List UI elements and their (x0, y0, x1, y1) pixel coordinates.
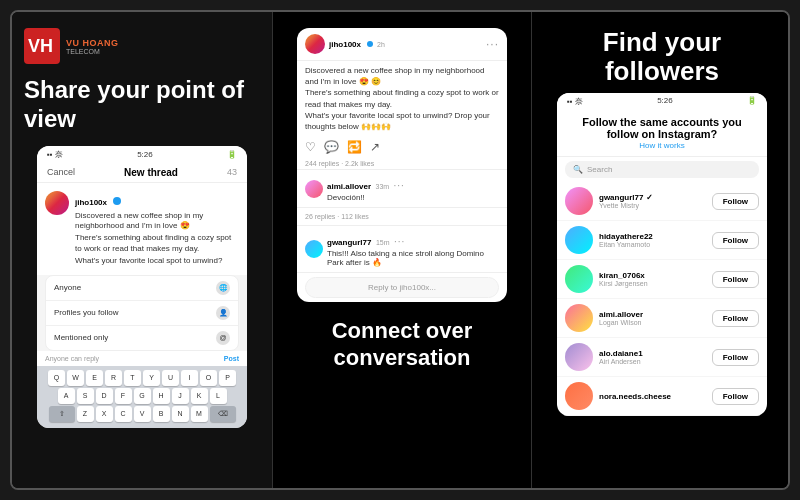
follow-item-3: kiran_0706x Kirsi Jørgensen Follow (557, 260, 767, 299)
at-icon: @ (216, 331, 230, 345)
more-icon[interactable]: ··· (486, 37, 499, 51)
follow-item-4: aimi.allover Logan Wilson Follow (557, 299, 767, 338)
key-j[interactable]: J (172, 388, 189, 404)
reply2-more[interactable]: ··· (394, 236, 405, 247)
key-y[interactable]: Y (143, 370, 160, 386)
globe-icon: 🌐 (216, 281, 230, 295)
app-frame: VH VU HOANG TELECOM Share your point of … (10, 10, 790, 490)
nav-title: New thread (124, 167, 178, 178)
reply1-stats: 26 replies · 112 likes (305, 213, 369, 220)
anyone-reply-label: Anyone can reply (45, 355, 99, 362)
thread-post-text[interactable]: Discovered a new coffee shop in my neigh… (75, 211, 239, 232)
logo: VH VU HOANG TELECOM (24, 28, 119, 64)
reply1-avatar (305, 180, 323, 198)
privacy-mentioned[interactable]: Mentioned only @ (46, 326, 238, 350)
repost-icon[interactable]: 🔁 (347, 140, 362, 154)
panel2-connect: jiho100x 2h ··· Discovered a new coffee … (272, 12, 532, 488)
key-i[interactable]: I (181, 370, 198, 386)
key-f[interactable]: F (115, 388, 132, 404)
follow-avatar-6 (565, 382, 593, 410)
p3-search-bar[interactable]: 🔍 Search (565, 161, 759, 178)
privacy-anyone[interactable]: Anyone 🌐 (46, 276, 238, 301)
key-delete[interactable]: ⌫ (210, 406, 236, 422)
p2-avatar (305, 34, 325, 54)
key-z[interactable]: Z (77, 406, 94, 422)
search-icon: 🔍 (573, 165, 583, 174)
reply1-text: Devoción!! (327, 193, 405, 202)
key-o[interactable]: O (200, 370, 217, 386)
follow-instagram-title: Follow the same accounts you follow on I… (567, 116, 757, 140)
key-e[interactable]: E (86, 370, 103, 386)
key-r[interactable]: R (105, 370, 122, 386)
key-u[interactable]: U (162, 370, 179, 386)
follow-realname-3: Kirsi Jørgensen (599, 280, 706, 287)
p3-battery: 🔋 (747, 96, 757, 107)
follow-button-1[interactable]: Follow (712, 193, 759, 210)
follow-button-2[interactable]: Follow (712, 232, 759, 249)
key-k[interactable]: K (191, 388, 208, 404)
key-s[interactable]: S (77, 388, 94, 404)
reply1-more[interactable]: ··· (394, 180, 405, 191)
cancel-label[interactable]: Cancel (47, 167, 75, 177)
follow-item-1: gwangurl77 ✓ Yvette Mistry Follow (557, 182, 767, 221)
key-w[interactable]: W (67, 370, 84, 386)
thread-username: jiho100x (75, 198, 107, 207)
panel3-headline: Find your followers (544, 28, 780, 85)
status-bar-1: ▪▪ 奈 5:26 🔋 (37, 146, 247, 163)
reply1-content: aimi.allover 33m ··· Devoción!! (327, 175, 405, 202)
follow-info-4: aimi.allover Logan Wilson (599, 310, 706, 326)
key-n[interactable]: N (172, 406, 189, 422)
share-icon[interactable]: ↗ (370, 140, 380, 154)
heart-icon[interactable]: ♡ (305, 140, 316, 154)
keyboard-row-2: A S D F G H J K L (40, 388, 244, 404)
follow-item-2: hidayathere22 Eitan Yamamoto Follow (557, 221, 767, 260)
key-p[interactable]: P (219, 370, 236, 386)
anyone-reply-bar: Anyone can reply Post (37, 351, 247, 366)
privacy-dropdown: Anyone 🌐 Profiles you follow 👤 Mentioned… (45, 275, 239, 351)
key-a[interactable]: A (58, 388, 75, 404)
thread-content: jiho100x Discovered a new coffee shop in… (75, 191, 239, 267)
p2-reply1: aimi.allover 33m ··· Devoción!! (297, 170, 507, 208)
privacy-anyone-label: Anyone (54, 283, 81, 292)
phone-mockup-3: ▪▪ 奈 5:26 🔋 Follow the same accounts you… (557, 93, 767, 416)
panel1-header: VH VU HOANG TELECOM (24, 28, 260, 64)
panel3-followers: Find your followers ▪▪ 奈 5:26 🔋 Follow t… (532, 12, 790, 488)
keyboard[interactable]: Q W E R T Y U I O P A S D F G H (37, 366, 247, 428)
follow-button-5[interactable]: Follow (712, 349, 759, 366)
how-it-works-link[interactable]: How it works (567, 141, 757, 150)
follow-avatar-1 (565, 187, 593, 215)
post-button[interactable]: Post (224, 355, 239, 362)
thread-input-area: jiho100x Discovered a new coffee shop in… (37, 183, 247, 275)
key-t[interactable]: T (124, 370, 141, 386)
char-count: 43 (227, 167, 237, 177)
key-d[interactable]: D (96, 388, 113, 404)
key-m[interactable]: M (191, 406, 208, 422)
privacy-profiles[interactable]: Profiles you follow 👤 (46, 301, 238, 326)
follow-button-3[interactable]: Follow (712, 271, 759, 288)
battery-icon: 🔋 (227, 150, 237, 159)
follow-info-1: gwangurl77 ✓ Yvette Mistry (599, 193, 706, 209)
follow-button-4[interactable]: Follow (712, 310, 759, 327)
privacy-mentioned-label: Mentioned only (54, 333, 108, 342)
key-shift[interactable]: ⇧ (49, 406, 75, 422)
reply-input-bar[interactable]: Reply to jiho100x... (305, 277, 499, 298)
key-b[interactable]: B (153, 406, 170, 422)
comment-icon[interactable]: 💬 (324, 140, 339, 154)
thread-post-text2: There's something about finding a cozy s… (75, 233, 239, 254)
key-c[interactable]: C (115, 406, 132, 422)
follow-info-2: hidayathere22 Eitan Yamamoto (599, 232, 706, 248)
person-icon: 👤 (216, 306, 230, 320)
follow-button-6[interactable]: Follow (712, 388, 759, 405)
p2-text2: There's something about finding a cozy s… (305, 87, 499, 109)
key-v[interactable]: V (134, 406, 151, 422)
key-x[interactable]: X (96, 406, 113, 422)
follow-avatar-4 (565, 304, 593, 332)
key-h[interactable]: H (153, 388, 170, 404)
key-l[interactable]: L (210, 388, 227, 404)
key-q[interactable]: Q (48, 370, 65, 386)
status-time-1: 5:26 (137, 150, 153, 159)
p2-actions: ♡ 💬 🔁 ↗ (297, 136, 507, 158)
signal-icons: ▪▪ 奈 (47, 149, 63, 160)
user-avatar-1 (45, 191, 69, 215)
key-g[interactable]: G (134, 388, 151, 404)
